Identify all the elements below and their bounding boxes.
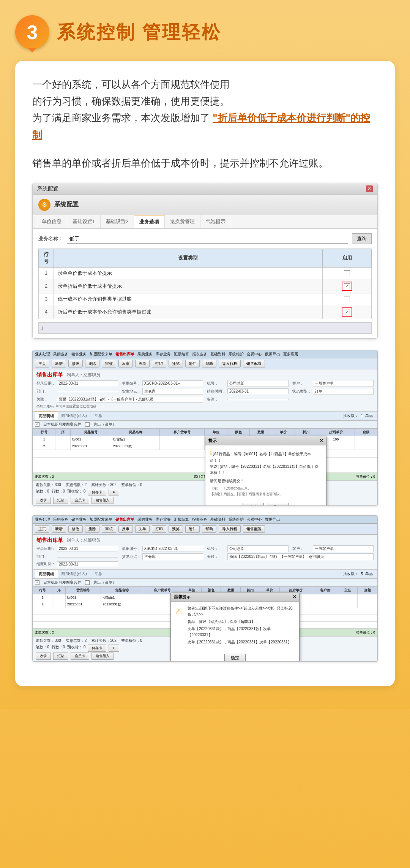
tab-return[interactable]: 退换货管理 <box>165 215 200 228</box>
nav2-business[interactable]: 业务处理 <box>35 517 50 522</box>
btn-edit[interactable]: 修改 <box>68 360 83 367</box>
nav2-basic[interactable]: 基础资料 <box>210 517 226 522</box>
btn2-attach[interactable]: 附件 <box>185 525 200 533</box>
dialog-confirm-btn[interactable]: 确定 <box>243 503 264 506</box>
footer2-btn-2[interactable]: 汇总 <box>53 653 68 660</box>
nav-purchase[interactable]: 采购业务 <box>53 352 68 357</box>
btn-home[interactable]: 主页 <box>35 360 49 367</box>
nav2-export[interactable]: 数据导出 <box>265 517 280 522</box>
nav-business[interactable]: 业务处理 <box>35 352 50 357</box>
btn2-preview[interactable]: 预览 <box>169 525 183 533</box>
nav-report[interactable]: 报表业务 <box>192 352 207 357</box>
nav-basic[interactable]: 基础资料 <box>210 352 226 357</box>
th-name: 货品名称 <box>111 428 159 436</box>
nav-sys[interactable]: 系统维护 <box>229 352 244 357</box>
tab-summary-1[interactable]: 汇总 <box>91 412 106 420</box>
footer-btn-4[interactable]: 销售额入 <box>91 497 114 504</box>
btn-help[interactable]: 帮助 <box>202 360 216 367</box>
footer2-btn-save[interactable]: 储存卡 <box>88 645 106 652</box>
footer-btn-2[interactable]: 汇总 <box>53 497 68 504</box>
btn2-help[interactable]: 帮助 <box>202 525 216 533</box>
checkbox-4[interactable] <box>344 309 350 315</box>
btn2-config[interactable]: 销售配置 <box>243 525 265 533</box>
option-label-1: 日本机织可爱图案合并 <box>43 422 81 427</box>
nav2-salesout[interactable]: 销售出库单 <box>115 517 134 522</box>
footer2-btn-4[interactable]: 销售额入 <box>91 653 114 660</box>
footer2-btn-1[interactable]: 收录 <box>36 653 51 660</box>
footer-btn-3[interactable]: 会员卡 <box>71 497 89 504</box>
footer-btn-save[interactable]: 储存卡 <box>88 489 106 496</box>
close-button[interactable]: ✕ <box>366 185 373 192</box>
nav2-pur2[interactable]: 采购业务 <box>137 517 153 522</box>
nav2-join[interactable]: 加盟配发来单 <box>90 517 112 522</box>
tab2-summary[interactable]: 汇总 <box>91 570 106 578</box>
nav2-sys[interactable]: 系统维护 <box>229 517 244 522</box>
nav-export[interactable]: 数据导出 <box>265 352 280 357</box>
footer-btn-1[interactable]: 收录 <box>36 497 51 504</box>
value-billno: XSCKD-2022-03-31-- <box>142 380 203 386</box>
btn-import[interactable]: 导入行程 <box>219 360 241 367</box>
search-button[interactable]: 查询 <box>352 233 372 244</box>
dialog-close-icon[interactable]: ✕ <box>320 438 323 443</box>
nav2-member[interactable]: 会员中心 <box>247 517 262 522</box>
nav-sales[interactable]: 销售业务 <box>71 352 87 357</box>
tab2-detail[interactable]: 商品明细 <box>35 570 58 578</box>
footer-fields-2: 行数：0 <box>52 489 65 496</box>
footer-btn-p[interactable]: P <box>109 489 119 496</box>
checkbox-1[interactable] <box>344 270 350 276</box>
tab2-extra[interactable]: 附加信息(己入) <box>58 570 91 578</box>
nav2-report[interactable]: 报表业务 <box>192 517 207 522</box>
btn2-import[interactable]: 导入行程 <box>219 525 241 533</box>
btn2-home[interactable]: 主页 <box>35 525 49 533</box>
nav-join[interactable]: 加盟配发来单 <box>90 352 112 357</box>
btn-unaudit[interactable]: 反审 <box>118 360 133 367</box>
tab-business[interactable]: 业务选项 <box>134 215 165 228</box>
btn-config[interactable]: 销售配置 <box>243 360 265 367</box>
nav-stock[interactable]: 库存业务 <box>156 352 171 357</box>
tab-basic2[interactable]: 基础设置2 <box>101 215 134 228</box>
btn-close[interactable]: 关单 <box>135 360 150 367</box>
btn-preview[interactable]: 预览 <box>169 360 183 367</box>
nav-member[interactable]: 会员中心 <box>247 352 262 357</box>
nav2-sales[interactable]: 销售业务 <box>71 517 87 522</box>
nav-pur2[interactable]: 采购业务 <box>137 352 153 357</box>
btn-print[interactable]: 打印 <box>152 360 166 367</box>
btn-add[interactable]: 新增 <box>52 360 66 367</box>
btn2-audit[interactable]: 审核 <box>102 525 116 533</box>
tab-bubble[interactable]: 气泡提示 <box>200 215 231 228</box>
btn-del[interactable]: 删除 <box>85 360 99 367</box>
checkbox-2[interactable] <box>344 283 350 289</box>
btn2-print[interactable]: 打印 <box>152 525 166 533</box>
option2-checkbox-1[interactable] <box>35 580 39 585</box>
btn2-edit[interactable]: 修改 <box>68 525 83 533</box>
warning-dialog-body: ⚠ 警告:出现以下不允许过账条件><(超出差差数><<注〉只支持20条记录>> … <box>171 602 299 651</box>
footer2-btn-3[interactable]: 会员卡 <box>71 653 89 660</box>
btn2-add[interactable]: 新增 <box>52 525 66 533</box>
btn-audit[interactable]: 审核 <box>102 360 116 367</box>
section-title: 系统控制 管理轻松 <box>57 20 221 44</box>
nav-settle[interactable]: 汇报结算 <box>174 352 189 357</box>
dialog-cancel-btn[interactable]: 取消 <box>268 503 289 506</box>
warning-close-icon[interactable]: ✕ <box>293 594 296 599</box>
nav2-purchase[interactable]: 采购业务 <box>53 517 68 522</box>
nav2-stock[interactable]: 库存业务 <box>156 517 171 522</box>
option-checkbox-2[interactable] <box>85 422 90 427</box>
tab-detail-1[interactable]: 商品明细 <box>35 412 58 420</box>
tab-basic1[interactable]: 基础设置1 <box>67 215 101 228</box>
footer2-btn-p[interactable]: P <box>109 645 119 652</box>
warning-ok-btn[interactable]: 确定 <box>224 654 246 662</box>
tab-extra-1[interactable]: 附加信息(己入) <box>58 412 91 420</box>
nav-more[interactable]: 更多应用 <box>283 352 298 357</box>
checkbox-3[interactable] <box>344 296 350 302</box>
option2-checkbox-2[interactable] <box>85 580 90 585</box>
tab-unit-info[interactable]: 单位信息 <box>36 215 67 228</box>
option-checkbox-1[interactable] <box>35 422 39 427</box>
nav2-settle[interactable]: 汇报结算 <box>174 517 189 522</box>
btn2-close[interactable]: 关单 <box>135 525 150 533</box>
search-input[interactable] <box>67 234 348 244</box>
btn2-unaudit[interactable]: 反审 <box>118 525 133 533</box>
btn2-del[interactable]: 删除 <box>85 525 99 533</box>
btn-attach[interactable]: 附件 <box>185 360 200 367</box>
nav-salesout[interactable]: 销售出库单 <box>115 352 134 357</box>
option-label-2: 典出（录单） <box>93 422 116 427</box>
